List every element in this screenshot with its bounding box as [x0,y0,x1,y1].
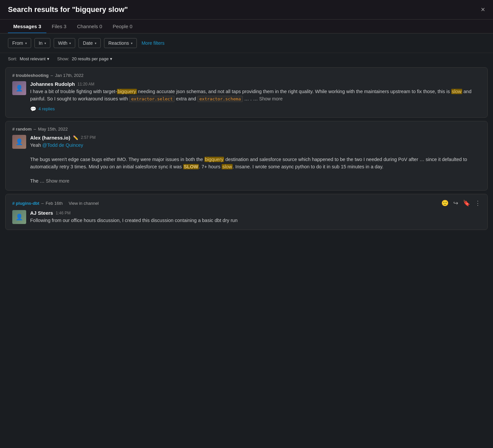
date-chevron-icon: ▾ [95,41,96,45]
sort-chevron-icon: ▾ [47,56,49,61]
time-1: 11:20 AM [78,82,94,86]
author-2: Alex (harness.io) [30,135,70,140]
tab-people[interactable]: People 0 [107,20,137,33]
channel-line-1: # troubleshooting – Jan 17th, 2022 [12,73,481,78]
in-filter[interactable]: In ▾ [34,38,51,48]
message-content-3: AJ Steers 1:46 PM Following from our off… [30,210,481,224]
more-filters-button[interactable]: More filters [141,40,164,46]
author-1: Johannes Rudolph [30,81,75,87]
close-button[interactable]: × [481,5,485,14]
search-header: Search results for "bigquery slow" × [0,0,493,20]
highlight-bigquery-2: bigquery [204,157,224,162]
channel-date-3: Feb 16th [46,201,63,206]
author-3: AJ Steers [30,210,53,216]
result-card-2: # random – May 15th, 2022 👤 Alex (harnes… [5,121,488,191]
message-2: 👤 Alex (harness.io) ✏️ 2:57 PM Yeah @Tod… [12,135,481,185]
channel-dash-1: – [51,73,53,78]
emoji-reaction-icon[interactable]: 🙂 [441,199,449,207]
message-header-3: AJ Steers 1:46 PM [30,210,481,216]
tab-files[interactable]: Files 3 [46,20,72,33]
channel-name-1: # troubleshooting [12,73,49,78]
sort-value-button[interactable]: Most relevant ▾ [20,56,49,61]
filters-bar: From ▾ In ▾ With ▾ Date ▾ Reactions ▾ Mo… [0,33,493,53]
show-value-button[interactable]: 20 results per page ▾ [72,56,112,61]
avatar-2: 👤 [12,135,26,149]
avatar-3: 👤 [12,210,26,224]
channel-date-1: Jan 17th, 2022 [55,73,83,78]
message-header-2: Alex (harness.io) ✏️ 2:57 PM [30,135,481,140]
channel-name-2: # random [12,127,32,132]
app-container: Search results for "bigquery slow" × Mes… [0,0,493,233]
channel-name-3[interactable]: # plugins-dbt [12,201,39,206]
show-more-2[interactable]: Show more [46,178,70,184]
reactions-filter[interactable]: Reactions ▾ [104,38,137,48]
time-3: 1:46 PM [56,211,71,215]
channel-date-2: May 15th, 2022 [38,127,68,132]
message-1: 👤 Johannes Rudolph 11:20 AM I have a bit… [12,81,481,112]
view-channel-link[interactable]: View in channel [69,201,99,206]
message-text-1: I have a bit of trouble fighting with ta… [30,88,481,103]
highlight-slow-1: slow [451,89,462,94]
message-3: 👤 AJ Steers 1:46 PM Following from our o… [12,210,481,224]
sort-label: Sort: [8,56,17,61]
from-filter[interactable]: From ▾ [8,38,31,48]
message-content-2: Alex (harness.io) ✏️ 2:57 PM Yeah @Todd … [30,135,481,185]
share-icon[interactable]: ↪ [453,199,458,207]
replies-count-1: 4 replies [38,106,55,111]
code-extractor-schema: extractor.schema [197,96,243,102]
in-chevron-icon: ▾ [44,41,46,45]
replies-1[interactable]: 💬 4 replies [30,106,481,112]
channel-dash-3: – [41,201,44,206]
message-content-1: Johannes Rudolph 11:20 AM I have a bit o… [30,81,481,112]
bookmark-icon[interactable]: 🔖 [463,199,470,207]
highlight-slow-2: slow [222,164,233,169]
highlight-bigquery-1: bigquery [117,89,137,94]
results-list: # troubleshooting – Jan 17th, 2022 👤 Joh… [0,65,493,233]
with-chevron-icon: ▾ [69,41,71,45]
time-2: 2:57 PM [81,135,96,140]
message-text-3: Following from our office hours discussi… [30,217,481,224]
date-filter[interactable]: Date ▾ [79,38,101,48]
channel-line-2: # random – May 15th, 2022 [12,127,481,132]
show-chevron-icon: ▾ [110,56,112,61]
search-title: Search results for "bigquery slow" [8,5,128,14]
more-icon[interactable]: ⋮ [475,199,481,207]
highlight-slow-big: SLOW [183,164,199,169]
result-card-3: # plugins-dbt – Feb 16th View in channel… [5,194,488,230]
reactions-chevron-icon: ▾ [131,41,133,45]
with-filter[interactable]: With ▾ [54,38,75,48]
message-text-2: Yeah @Todd de Quincey The bugs weren't e… [30,142,481,185]
result-card-1: # troubleshooting – Jan 17th, 2022 👤 Joh… [5,67,488,118]
channel-line-3: # plugins-dbt – Feb 16th View in channel… [12,199,481,207]
channel-dash-2: – [34,127,36,132]
show-more-1[interactable]: Show more [259,96,283,101]
tab-channels[interactable]: Channels 0 [72,20,107,33]
tabs-bar: Messages 3 Files 3 Channels 0 People 0 [0,20,493,33]
edit-icon-2: ✏️ [73,135,78,140]
sort-bar: Sort: Most relevant ▾ Show: 20 results p… [0,53,493,65]
message-header-1: Johannes Rudolph 11:20 AM [30,81,481,87]
mention-todd[interactable]: @Todd de Quincey [42,142,83,148]
avatar-1: 👤 [12,81,26,95]
tab-messages[interactable]: Messages 3 [8,20,46,33]
from-chevron-icon: ▾ [25,41,27,45]
show-label: Show: [57,56,69,61]
replies-icon-1: 💬 [30,106,36,112]
code-extractor-select: extractor.select [129,96,175,102]
